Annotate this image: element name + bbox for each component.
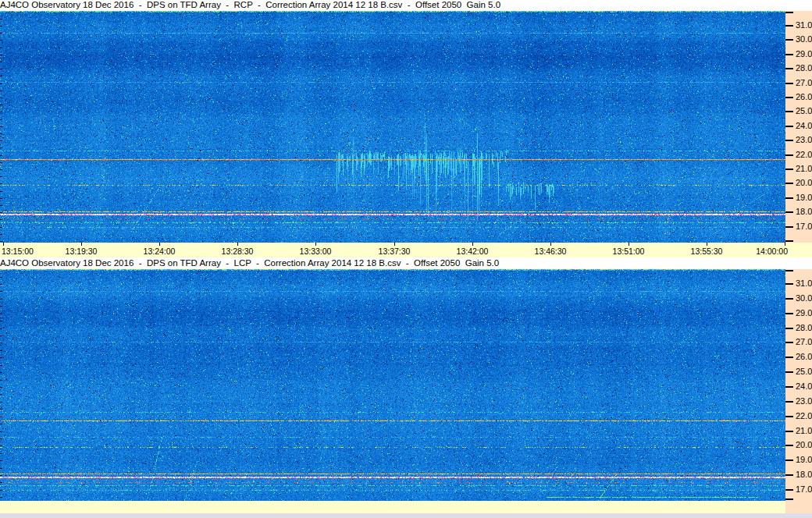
panel-title-lcp: AJ4CO Observatory 18 Dec 2016 - DPS on T… [0, 257, 785, 269]
freq-tick [785, 498, 793, 500]
time-tick [472, 243, 473, 246]
freq-tick-label: 22.0 [796, 151, 812, 159]
freq-tick [785, 416, 793, 417]
time-tick-label: 14:00:00 [756, 247, 788, 256]
time-axis-lcp-empty [0, 501, 785, 513]
time-tick [81, 243, 82, 246]
freq-tick-label: 27.0 [796, 79, 812, 87]
freq-axis-rcp: 31.030.029.028.027.026.025.024.023.022.0… [785, 11, 812, 243]
time-tick-label: 13:42:00 [457, 247, 489, 256]
freq-tick-label: 30.0 [796, 294, 812, 303]
freq-tick [785, 54, 793, 55]
time-tick-label: 13:37:30 [379, 247, 411, 256]
freq-tick [785, 474, 793, 476]
freq-tick [785, 342, 793, 343]
time-tick [3, 243, 4, 246]
freq-tick [785, 401, 793, 403]
freq-tick-label: 23.0 [796, 136, 812, 144]
bottom-strip [0, 513, 812, 518]
freq-tick-label: 20.0 [796, 179, 812, 187]
time-tick-label: 13:46:30 [535, 247, 567, 256]
freq-tick-label: 27.0 [796, 338, 812, 346]
freq-tick-label: 21.0 [796, 427, 812, 435]
freq-tick-label: 28.0 [796, 324, 812, 332]
freq-tick [785, 431, 793, 432]
time-tick [159, 243, 160, 246]
time-tick-label: 13:51:00 [613, 247, 645, 256]
freq-tick [785, 126, 793, 127]
freq-tick [785, 386, 793, 388]
freq-tick [785, 445, 793, 446]
freq-tick-label: 19.0 [796, 456, 812, 464]
freq-tick-label: 26.0 [796, 353, 812, 361]
freq-tick-label: 24.0 [796, 122, 812, 130]
freq-tick-label: 31.0 [796, 279, 812, 288]
freq-tick [785, 489, 793, 491]
freq-tick [785, 111, 793, 112]
time-tick [315, 243, 316, 246]
freq-tick-label: 19.0 [796, 193, 812, 202]
time-tick [394, 243, 395, 246]
spectrogram-lcp [0, 269, 785, 501]
panel-title-rcp: AJ4CO Observatory 18 Dec 2016 - DPS on T… [0, 0, 785, 11]
freq-tick [785, 197, 793, 199]
freq-tick [785, 283, 793, 285]
freq-tick [785, 357, 793, 358]
freq-tick [785, 83, 793, 84]
freq-tick [785, 459, 793, 461]
freq-tick [785, 140, 793, 141]
freq-tick-label: 29.0 [796, 309, 812, 318]
freq-tick [785, 313, 793, 314]
freq-tick-label: 18.0 [796, 470, 812, 479]
freq-tick-label: 20.0 [796, 441, 812, 449]
freq-tick [785, 39, 793, 41]
freq-tick-label: 25.0 [796, 367, 812, 376]
time-axis: 13:15:0013:19:3013:24:0013:28:3013:33:00… [0, 243, 812, 257]
freq-tick [785, 240, 793, 242]
freq-tick-label: 26.0 [796, 93, 812, 101]
freq-tick [785, 328, 793, 329]
freq-tick [785, 226, 793, 228]
time-tick [785, 243, 785, 246]
freq-tick [785, 169, 793, 170]
freq-tick-label: 25.0 [796, 107, 812, 115]
freq-tick-label: 18.0 [796, 208, 812, 216]
freq-tick-label: 30.0 [796, 35, 812, 44]
freq-tick-label: 24.0 [796, 382, 812, 391]
freq-axis-lcp: 31.030.029.028.027.026.025.024.023.022.0… [785, 269, 812, 513]
freq-tick-label: 17.0 [796, 222, 812, 231]
freq-tick-label: 28.0 [796, 64, 812, 73]
freq-tick [785, 270, 793, 271]
freq-tick-label: 22.0 [796, 412, 812, 420]
time-tick-label: 13:19:30 [66, 247, 98, 256]
freq-tick [785, 298, 793, 300]
time-tick [237, 243, 238, 246]
spectrograph-window: AJ4CO Observatory 18 Dec 2016 - DPS on T… [0, 0, 812, 518]
freq-tick-label: 21.0 [796, 165, 812, 173]
freq-tick [785, 25, 793, 27]
time-tick-label: 13:28:30 [222, 247, 254, 256]
time-tick-label: 13:33:00 [300, 247, 332, 256]
freq-tick [785, 211, 793, 213]
freq-tick [785, 183, 793, 184]
time-tick-label: 13:15:00 [2, 247, 34, 256]
time-tick [550, 243, 551, 246]
freq-tick [785, 12, 793, 13]
time-tick [629, 243, 629, 246]
freq-tick-label: 23.0 [796, 397, 812, 406]
time-tick-label: 13:55:30 [691, 247, 723, 256]
time-tick [707, 243, 707, 246]
freq-tick-label: 29.0 [796, 50, 812, 59]
freq-tick [785, 97, 793, 98]
freq-tick [785, 371, 793, 373]
freq-tick [785, 68, 793, 69]
spectrogram-rcp [0, 11, 785, 243]
freq-tick-label: 31.0 [796, 21, 812, 30]
time-tick-label: 13:24:00 [144, 247, 176, 256]
freq-tick [785, 154, 793, 156]
freq-tick-label: 17.0 [796, 485, 812, 494]
